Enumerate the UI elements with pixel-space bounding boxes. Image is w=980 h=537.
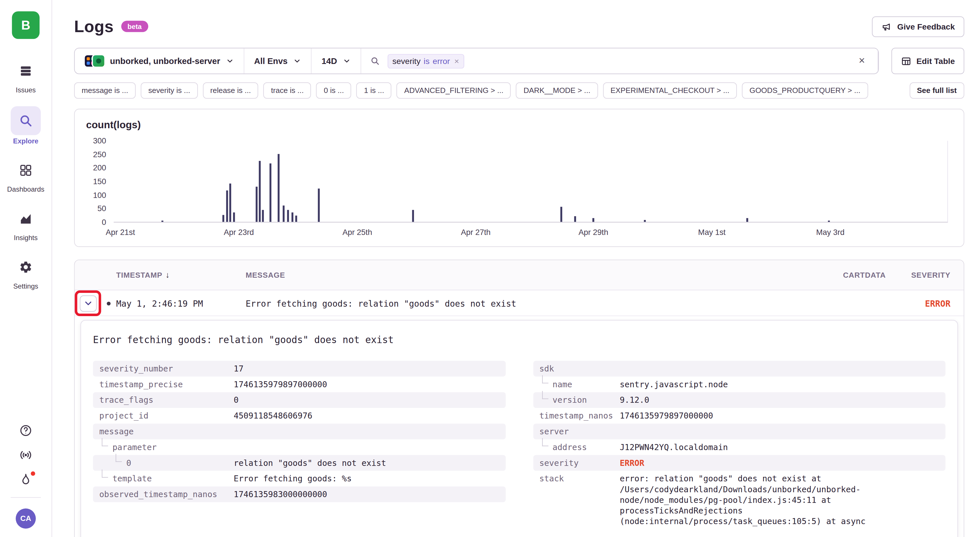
attribute-row: timestamp_precise1746135979897000000 (93, 376, 505, 392)
chart-bar (233, 212, 235, 222)
sidebar: B IssuesExploreDashboardsInsightsSetting… (0, 0, 52, 537)
log-message: Error fetching goods: relation "goods" d… (246, 298, 798, 308)
y-tick-label: 150 (93, 178, 107, 185)
x-tick-label: May 1st (698, 228, 726, 237)
x-tick-label: Apr 21st (106, 228, 135, 237)
filter-chip[interactable]: DARK__MODE > ... (516, 82, 598, 99)
filter-chip[interactable]: ADVANCED_FILTERING > ... (397, 82, 511, 99)
filter-chip[interactable]: 1 is ... (356, 82, 391, 99)
whats-new-icon[interactable] (19, 473, 33, 486)
project-selector[interactable]: unborked, unborked-server (75, 48, 244, 74)
sidebar-item-label: Explore (13, 137, 38, 145)
see-full-list-chip[interactable]: See full list (910, 82, 964, 99)
filter-chip[interactable]: severity is ... (141, 82, 198, 99)
attribute-value: 17 (234, 363, 499, 374)
attribute-value: 1746135979897000000 (620, 411, 939, 421)
sidebar-item-dashboards[interactable]: Dashboards (7, 157, 45, 193)
logs-table: TIMESTAMP↓ MESSAGE CARTDATA SEVERITY May… (74, 260, 964, 537)
filter-chip[interactable]: message is ... (74, 82, 136, 99)
sidebar-nav: IssuesExploreDashboardsInsightsSettings (0, 58, 52, 290)
attribute-key: version (539, 395, 620, 405)
sidebar-item-issues[interactable]: Issues (11, 58, 41, 94)
chart-bar (828, 221, 830, 222)
attribute-row: severityERROR (533, 455, 945, 471)
attributes-right-column: sdknamesentry.javascript.nodeversion9.12… (533, 361, 945, 529)
chart-bar (287, 210, 289, 222)
date-range-selector[interactable]: 14D (311, 48, 361, 74)
column-header-message[interactable]: MESSAGE (246, 271, 798, 279)
sort-desc-icon: ↓ (165, 270, 170, 280)
column-header-cartdata[interactable]: CARTDATA (843, 271, 886, 279)
log-table-row[interactable]: May 1, 2:46:19 PM Error fetching goods: … (75, 290, 964, 316)
date-range-label: 14D (321, 56, 337, 66)
expand-row-button[interactable] (80, 295, 96, 312)
environment-selector-label: All Envs (254, 56, 288, 66)
chart-x-axis: Apr 21stApr 23rdApr 25thApr 27thApr 29th… (114, 223, 948, 240)
sidebar-footer: CA (11, 424, 41, 529)
sidebar-item-settings[interactable]: Settings (11, 254, 41, 290)
filter-chip[interactable]: release is ... (203, 82, 258, 99)
page-title: Logs (74, 17, 114, 36)
attribute-row: version9.12.0 (533, 392, 945, 408)
attribute-row: message (93, 424, 505, 440)
attribute-key: name (539, 379, 620, 390)
attribute-row: sdk (533, 361, 945, 377)
search-input[interactable]: severity is error × × (361, 48, 878, 74)
attribute-value: 0 (234, 395, 499, 405)
main-content: Logs beta Give Feedback unborked, unbork… (52, 0, 980, 537)
attribute-value: ERROR (620, 457, 939, 468)
give-feedback-button[interactable]: Give Feedback (872, 16, 964, 37)
notification-dot (31, 471, 35, 476)
search-token-severity[interactable]: severity is error × (387, 54, 464, 68)
filter-chip[interactable]: EXPERIMENTAL_CHECKOUT > ... (603, 82, 737, 99)
filter-chip[interactable]: trace is ... (264, 82, 311, 99)
attribute-key: server (539, 426, 620, 437)
tree-connector-icon (542, 391, 548, 399)
attribute-row: 0relation "goods" does not exist (93, 455, 505, 471)
broadcast-icon[interactable] (19, 448, 33, 462)
attribute-key: sdk (539, 363, 620, 374)
filter-chip[interactable]: 0 is ... (316, 82, 352, 99)
remove-token-icon[interactable]: × (455, 56, 459, 66)
insights-icon (11, 206, 41, 232)
edit-table-button[interactable]: Edit Table (891, 48, 964, 74)
give-feedback-label: Give Feedback (897, 22, 955, 31)
megaphone-icon (881, 21, 892, 32)
log-detail-title: Error fetching goods: relation "goods" d… (93, 335, 945, 346)
sidebar-item-explore[interactable]: Explore (11, 106, 41, 145)
help-icon[interactable] (19, 424, 33, 437)
table-header-row: TIMESTAMP↓ MESSAGE CARTDATA SEVERITY (75, 260, 964, 290)
chart-bar (746, 218, 748, 222)
sidebar-item-insights[interactable]: Insights (11, 206, 41, 241)
attribute-row: stackerror: relation "goods" does not ex… (533, 471, 945, 529)
org-logo[interactable]: B (12, 11, 40, 39)
annotation-highlight (75, 290, 101, 316)
chevron-down-icon (83, 299, 92, 308)
logs-page: B IssuesExploreDashboardsInsightsSetting… (0, 0, 980, 537)
token-key: severity (392, 56, 420, 66)
chart-plot-area[interactable] (114, 141, 948, 223)
table-icon (901, 56, 912, 66)
clear-search-icon[interactable]: × (855, 55, 869, 67)
explore-icon (11, 106, 41, 135)
attribute-key: timestamp_nanos (539, 411, 620, 421)
attribute-key: template (99, 473, 234, 484)
attribute-row: parameter (93, 440, 505, 455)
environment-selector[interactable]: All Envs (244, 48, 311, 74)
log-severity: ERROR (925, 298, 964, 308)
edit-table-label: Edit Table (916, 56, 955, 66)
chart-y-axis: 300250200150100500 (86, 141, 113, 223)
token-value: error (433, 56, 450, 66)
chart-bar (278, 154, 280, 222)
user-avatar[interactable]: CA (16, 508, 36, 529)
x-tick-label: Apr 27th (461, 228, 491, 237)
filter-chip[interactable]: GOODS_PRODUCTQUERY > ... (742, 82, 868, 99)
attribute-value: 1746135979897000000 (234, 379, 499, 390)
column-header-timestamp[interactable]: TIMESTAMP↓ (116, 270, 245, 280)
chart-bar (222, 215, 224, 222)
attributes-columns: severity_number17timestamp_precise174613… (93, 361, 945, 529)
column-header-severity[interactable]: SEVERITY (911, 271, 964, 279)
logs-count-chart: count(logs) 300250200150100500 Apr 21stA… (74, 109, 964, 247)
chart-bar (592, 218, 594, 222)
attribute-row: observed_timestamp_nanos1746135983000000… (93, 486, 505, 502)
